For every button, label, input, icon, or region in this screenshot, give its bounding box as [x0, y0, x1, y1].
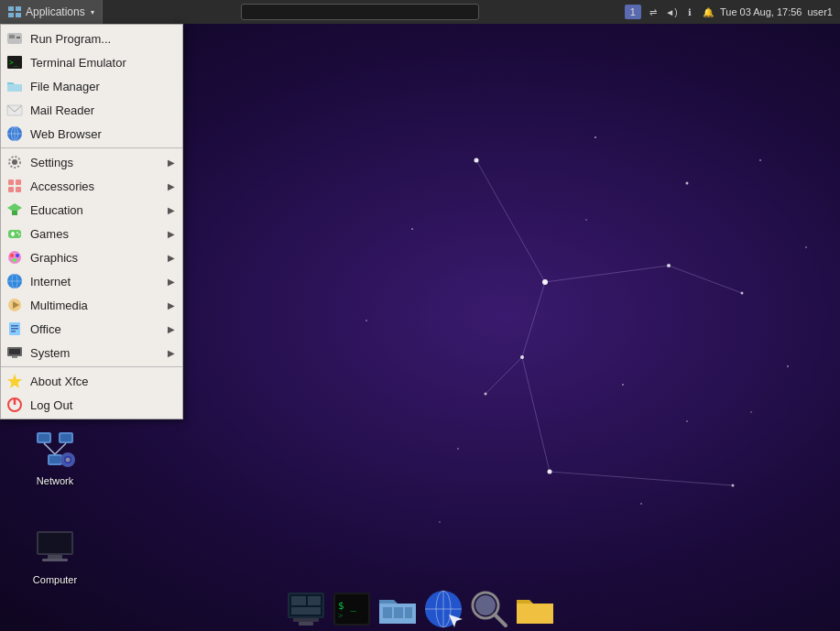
svg-point-8	[542, 279, 548, 285]
svg-text:>_: >_	[9, 59, 18, 67]
svg-line-1	[545, 266, 669, 282]
svg-point-26	[585, 219, 587, 221]
network-icon	[33, 427, 77, 471]
menu-item-accessories-label: Accessories	[30, 180, 160, 193]
svg-marker-73	[7, 374, 22, 388]
menu-item-web-browser[interactable]: Web Browser	[1, 122, 182, 146]
svg-rect-123	[517, 604, 553, 624]
svg-point-25	[805, 246, 807, 248]
menu-item-office-arrow: ▶	[168, 324, 175, 334]
menu-item-file-manager-label: File Manager	[30, 80, 175, 93]
svg-rect-99	[42, 559, 68, 561]
svg-rect-51	[12, 211, 17, 215]
menu-item-system[interactable]: System ▶	[1, 341, 182, 364]
svg-rect-34	[9, 35, 15, 38]
settings-icon	[6, 154, 23, 170]
menu-item-internet-label: Internet	[30, 275, 160, 288]
menu-item-about-xfce[interactable]: About Xfce	[1, 369, 182, 393]
applications-menu-button[interactable]: Applications ▾	[0, 0, 103, 24]
menu-item-accessories-arrow: ▶	[168, 181, 175, 191]
svg-line-88	[44, 443, 55, 454]
svg-point-59	[16, 254, 19, 257]
svg-rect-113	[394, 607, 403, 618]
svg-rect-92	[49, 456, 60, 463]
svg-point-7	[475, 158, 479, 163]
desktop-icon-computer[interactable]: Computer	[18, 522, 92, 590]
svg-point-11	[520, 355, 524, 359]
menu-item-internet[interactable]: Internet ▶	[1, 269, 182, 293]
menu-item-settings[interactable]: Settings ▶	[1, 150, 182, 174]
menu-item-log-out-label: Log Out	[30, 398, 175, 412]
menu-item-terminal[interactable]: >_ Terminal Emulator	[1, 50, 182, 74]
taskbar-bottom: $ _ >	[0, 587, 840, 631]
svg-rect-106	[299, 622, 313, 626]
menu-item-mail-reader[interactable]: Mail Reader	[1, 98, 182, 122]
datetime: Tue 03 Aug, 17:56	[720, 6, 802, 17]
svg-rect-102	[291, 596, 306, 605]
dock-item-magnifier[interactable]	[467, 587, 511, 631]
menu-item-games[interactable]: Games ▶	[1, 222, 182, 245]
svg-point-17	[759, 159, 761, 161]
svg-point-12	[548, 470, 552, 474]
svg-line-6	[485, 357, 522, 394]
svg-rect-97	[38, 533, 71, 553]
accessories-icon	[6, 178, 23, 194]
svg-point-44	[12, 159, 17, 165]
svg-point-10	[741, 292, 744, 295]
svg-rect-48	[8, 187, 14, 192]
menu-item-internet-arrow: ▶	[168, 277, 175, 287]
menu-item-file-manager[interactable]: File Manager	[1, 74, 182, 98]
svg-rect-31	[8, 13, 14, 17]
svg-point-60	[13, 258, 16, 262]
office-icon	[6, 321, 23, 337]
desktop-icon-network[interactable]: Network	[18, 423, 92, 491]
tray-notify-icon: 🔔	[702, 5, 715, 18]
system-icon	[6, 344, 23, 361]
svg-rect-91	[60, 434, 71, 441]
multimedia-icon	[6, 297, 23, 313]
svg-rect-98	[48, 555, 62, 559]
search-bar[interactable]	[241, 4, 479, 20]
svg-point-22	[365, 320, 367, 321]
menu-separator-2	[1, 366, 182, 367]
menu-item-web-browser-label: Web Browser	[30, 127, 175, 141]
menu-item-multimedia[interactable]: Multimedia ▶	[1, 293, 182, 317]
svg-line-5	[550, 472, 733, 485]
dock-item-file-manager[interactable]	[376, 587, 420, 631]
menu-item-run-program[interactable]: Run Program...	[1, 27, 182, 50]
svg-point-95	[66, 458, 71, 462]
workspace-indicator[interactable]: 1	[625, 5, 641, 19]
svg-rect-35	[16, 37, 20, 38]
menu-item-games-label: Games	[30, 227, 160, 241]
svg-point-24	[686, 420, 688, 422]
mail-reader-icon	[6, 102, 23, 118]
username: user1	[807, 6, 833, 17]
svg-point-19	[622, 384, 624, 386]
svg-point-14	[485, 393, 487, 396]
dock-item-terminal[interactable]: $ _ >	[330, 587, 374, 631]
menu-item-terminal-label: Terminal Emulator	[30, 56, 175, 70]
menu-item-settings-label: Settings	[30, 156, 160, 169]
svg-rect-90	[38, 434, 49, 441]
computer-icon	[33, 526, 77, 570]
menu-item-about-xfce-label: About Xfce	[30, 375, 175, 388]
education-icon	[6, 201, 23, 218]
menu-item-multimedia-label: Multimedia	[30, 299, 160, 312]
applications-label: Applications	[26, 5, 85, 18]
svg-line-4	[522, 357, 550, 472]
dock-item-desktop[interactable]	[284, 587, 328, 631]
menu-item-accessories[interactable]: Accessories ▶	[1, 174, 182, 198]
menu-item-graphics[interactable]: Graphics ▶	[1, 245, 182, 269]
svg-rect-105	[293, 618, 319, 622]
svg-rect-114	[405, 607, 412, 618]
svg-line-3	[522, 282, 545, 357]
svg-line-122	[495, 615, 506, 626]
dock-item-folder[interactable]	[513, 587, 557, 631]
svg-point-20	[787, 365, 789, 367]
menu-item-office[interactable]: Office ▶	[1, 317, 182, 341]
dock-item-web-browser[interactable]	[421, 587, 465, 631]
menu-item-log-out[interactable]: Log Out	[1, 393, 182, 417]
menu-item-education[interactable]: Education ▶	[1, 198, 182, 222]
svg-line-89	[55, 443, 66, 454]
graphics-icon	[6, 249, 23, 266]
